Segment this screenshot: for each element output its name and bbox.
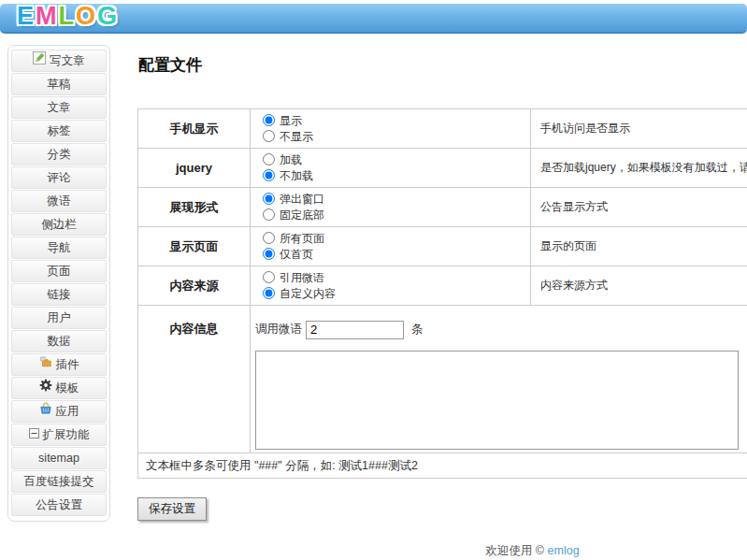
sidebar-item-links[interactable]: 链接 bbox=[11, 283, 107, 306]
radio-mobile-hide[interactable] bbox=[263, 130, 275, 142]
row-description: 是否加载jquery，如果模板没有加载过，请 bbox=[531, 149, 747, 188]
row-description: 显示的页面 bbox=[531, 227, 747, 266]
radio-label: 固定底部 bbox=[280, 208, 324, 222]
sidebar-item-label: 链接 bbox=[48, 284, 71, 305]
sidebar: 写文章 草稿 文章 标签 分类 评论 微语 侧边栏 导航 页面 链接 用户 数据… bbox=[7, 45, 110, 522]
sidebar-item-label: 扩展功能 bbox=[43, 424, 90, 445]
sidebar-item-label: 文章 bbox=[48, 97, 71, 118]
count-suffix-label: 条 bbox=[411, 323, 424, 336]
radio-custom-content[interactable] bbox=[263, 287, 275, 299]
count-prefix-label: 调用微语 bbox=[255, 323, 302, 336]
sidebar-item-announcement-settings[interactable]: 公告设置 bbox=[11, 494, 107, 516]
sidebar-item-microblog[interactable]: 微语 bbox=[11, 190, 107, 212]
radio-home-only[interactable] bbox=[263, 248, 275, 260]
radio-popup-window[interactable] bbox=[263, 193, 275, 205]
sidebar-item-label: 微语 bbox=[48, 191, 71, 211]
row-label: 内容来源 bbox=[138, 266, 251, 306]
sidebar-item-label: 应用 bbox=[56, 401, 79, 422]
row-display-pages: 显示页面 所有页面 仅首页 显示的页面 bbox=[138, 227, 747, 266]
logo-letter: O bbox=[76, 2, 97, 30]
row-options: 引用微语 自定义内容 bbox=[251, 266, 531, 306]
radio-fixed-bottom[interactable] bbox=[263, 208, 275, 221]
emlog-logo: EMLOG bbox=[17, 2, 119, 30]
radio-quote-microblog[interactable] bbox=[263, 271, 275, 283]
radio-label: 显示 bbox=[280, 114, 302, 127]
row-label: 展现形式 bbox=[138, 188, 251, 227]
sidebar-item-drafts[interactable]: 草稿 bbox=[11, 73, 107, 95]
sidebar-item-label: 写文章 bbox=[50, 50, 85, 71]
row-mobile-display: 手机显示 显示 不显示 手机访问是否显示 bbox=[138, 109, 747, 149]
plugin-icon bbox=[39, 354, 52, 375]
emlog-link[interactable]: emlog bbox=[548, 544, 580, 557]
radio-label: 自定义内容 bbox=[280, 287, 336, 300]
sidebar-item-label: 导航 bbox=[48, 237, 71, 258]
footer-text: 欢迎使用 © bbox=[485, 544, 544, 557]
sidebar-item-label: 页面 bbox=[48, 261, 71, 281]
sidebar-item-write-post[interactable]: 写文章 bbox=[11, 50, 107, 72]
sidebar-item-comments[interactable]: 评论 bbox=[11, 166, 107, 189]
sidebar-item-plugins[interactable]: 插件 bbox=[11, 353, 107, 376]
radio-label: 弹出窗口 bbox=[280, 193, 324, 206]
radio-all-pages[interactable] bbox=[263, 232, 275, 244]
row-label: 显示页面 bbox=[138, 227, 251, 266]
sidebar-item-pages[interactable]: 页面 bbox=[11, 260, 107, 282]
table-note: 文本框中多条可使用 "###" 分隔，如: 测试1###测试2 bbox=[138, 453, 747, 479]
radio-label: 不加载 bbox=[280, 169, 313, 182]
content-textarea[interactable] bbox=[255, 351, 739, 450]
sidebar-item-navigation[interactable]: 导航 bbox=[11, 237, 107, 259]
row-label: 内容信息 bbox=[138, 306, 251, 453]
sidebar-item-label: 公告设置 bbox=[36, 495, 82, 515]
footer: 欢迎使用 © emlog bbox=[137, 543, 747, 559]
row-label: 手机显示 bbox=[138, 109, 251, 149]
row-description: 内容来源方式 bbox=[531, 266, 747, 306]
sidebar-item-label: 标签 bbox=[48, 121, 71, 141]
row-display-style: 展现形式 弹出窗口 固定底部 公告显示方式 bbox=[138, 188, 747, 227]
sidebar-item-label: 模板 bbox=[56, 378, 79, 398]
radio-label: 加载 bbox=[280, 153, 302, 166]
collapse-icon bbox=[29, 424, 39, 445]
content-info-cell: 调用微语条 bbox=[251, 306, 747, 453]
row-label: jquery bbox=[138, 149, 251, 188]
row-options: 显示 不显示 bbox=[251, 109, 531, 149]
sidebar-item-label: 百度链接提交 bbox=[24, 471, 94, 492]
sidebar-item-label: 分类 bbox=[48, 144, 71, 165]
sidebar-item-tags[interactable]: 标签 bbox=[11, 120, 107, 142]
sidebar-item-baidu-link-submit[interactable]: 百度链接提交 bbox=[11, 470, 107, 493]
sidebar-item-articles[interactable]: 文章 bbox=[11, 96, 107, 119]
row-content-info: 内容信息 调用微语条 bbox=[138, 306, 747, 453]
sidebar-item-label: 用户 bbox=[48, 308, 71, 328]
micro-post-count-input[interactable] bbox=[306, 321, 404, 339]
sidebar-item-data[interactable]: 数据 bbox=[11, 330, 107, 352]
radio-jquery-noload[interactable] bbox=[263, 169, 275, 181]
row-jquery: jquery 加载 不加载 是否加载jquery，如果模板没有加载过，请 bbox=[138, 149, 747, 188]
row-description: 手机访问是否显示 bbox=[531, 109, 747, 149]
sidebar-item-extensions[interactable]: 扩展功能 bbox=[11, 424, 107, 446]
row-options: 弹出窗口 固定底部 bbox=[251, 188, 531, 227]
gear-icon bbox=[39, 378, 52, 398]
config-table: 手机显示 显示 不显示 手机访问是否显示 jquery 加载 不加载 是否加载j… bbox=[137, 108, 747, 479]
row-options: 加载 不加载 bbox=[251, 149, 531, 188]
sidebar-item-sitemap[interactable]: sitemap bbox=[11, 447, 107, 469]
radio-jquery-load[interactable] bbox=[263, 153, 275, 165]
radio-label: 所有页面 bbox=[280, 232, 324, 245]
logo-letter: E bbox=[17, 2, 36, 30]
row-options: 所有页面 仅首页 bbox=[251, 227, 531, 266]
radio-mobile-show[interactable] bbox=[263, 114, 275, 126]
logo-letter: L bbox=[59, 2, 77, 30]
sidebar-item-categories[interactable]: 分类 bbox=[11, 143, 107, 165]
save-button[interactable]: 保存设置 bbox=[137, 497, 207, 521]
logo-letter: M bbox=[36, 2, 59, 30]
radio-label: 不显示 bbox=[280, 130, 313, 143]
pencil-icon bbox=[33, 50, 46, 71]
sidebar-item-templates[interactable]: 模板 bbox=[11, 377, 107, 399]
logo-letter: G bbox=[97, 2, 119, 30]
sidebar-item-label: 数据 bbox=[48, 331, 71, 352]
sidebar-item-apps[interactable]: 应用 bbox=[11, 400, 107, 423]
sidebar-item-users[interactable]: 用户 bbox=[11, 307, 107, 329]
page-title: 配置文件 bbox=[138, 54, 747, 76]
sidebar-item-sidebar-widgets[interactable]: 侧边栏 bbox=[11, 213, 107, 236]
radio-label: 仅首页 bbox=[280, 248, 313, 261]
sidebar-item-label: 评论 bbox=[48, 167, 71, 188]
radio-label: 引用微语 bbox=[280, 271, 324, 284]
sidebar-item-label: sitemap bbox=[38, 448, 79, 468]
